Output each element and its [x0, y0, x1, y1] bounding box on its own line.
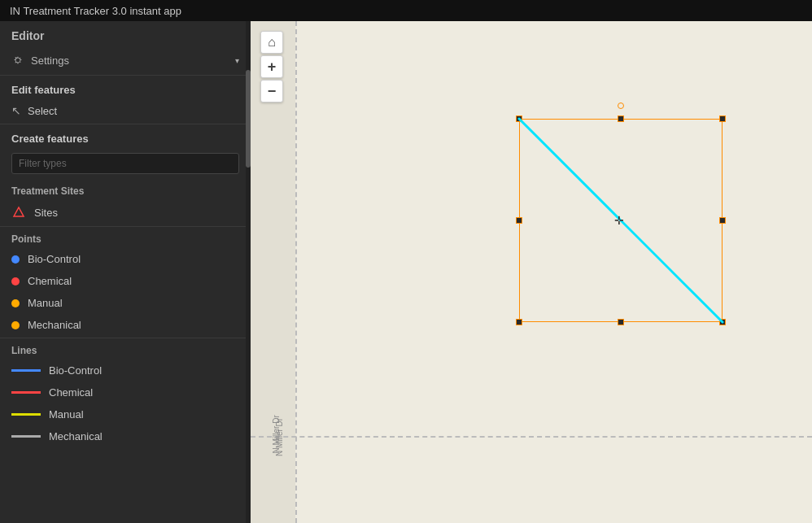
divider-3: [0, 226, 251, 227]
line-swatch-chemical: [11, 391, 41, 394]
main-layout: Editor Settings ▾ Edit features ↖ Select…: [0, 21, 812, 523]
zoom-out-button[interactable]: −: [260, 80, 283, 102]
select-row[interactable]: ↖ Select: [0, 99, 251, 122]
dot-chemical: [11, 277, 20, 285]
sites-polygon-icon: [11, 205, 26, 220]
settings-left: Settings: [11, 54, 69, 67]
map-area[interactable]: N Miller Dr ⌂ + −: [251, 21, 812, 523]
point-bio-control[interactable]: Bio-Control: [0, 248, 251, 270]
road-line-horizontal: [251, 436, 812, 438]
create-features-heading: Create features: [0, 126, 251, 150]
title-bar: IN Treatment Tracker 3.0 instant app: [0, 0, 812, 21]
divider-4: [0, 338, 251, 338]
line-bio-control-label: Bio-Control: [49, 364, 102, 377]
sidebar: Editor Settings ▾ Edit features ↖ Select…: [0, 21, 251, 523]
cursor-icon: ↖: [11, 104, 21, 117]
dot-mechanical: [11, 321, 20, 329]
chemical-label: Chemical: [28, 275, 72, 287]
home-icon: ⌂: [268, 35, 276, 50]
svg-line-1: [519, 119, 723, 322]
zoom-in-button[interactable]: +: [260, 55, 283, 78]
manual-label: Manual: [28, 297, 63, 309]
zoom-in-icon: +: [268, 59, 277, 76]
app-title: IN Treatment Tracker 3.0 instant app: [10, 5, 181, 17]
road-line-vertical: [295, 21, 297, 523]
line-swatch-manual: [11, 413, 41, 416]
settings-row[interactable]: Settings ▾: [0, 47, 251, 73]
line-manual-label: Manual: [49, 408, 84, 421]
editor-heading: Editor: [0, 21, 251, 47]
road-label-display: N Miller Dr: [272, 415, 281, 453]
chevron-down-icon: ▾: [235, 56, 239, 65]
edit-features-heading: Edit features: [0, 77, 251, 99]
line-swatch-bio-control: [11, 369, 41, 372]
dot-bio-control: [11, 255, 20, 264]
home-button[interactable]: ⌂: [260, 31, 283, 54]
lines-heading: Lines: [0, 340, 251, 360]
divider-2: [0, 124, 251, 124]
treatment-sites-heading: Treatment Sites: [0, 181, 251, 200]
map-toolbar: ⌂ + −: [260, 31, 283, 102]
divider-1: [0, 75, 251, 76]
filter-input[interactable]: [11, 153, 239, 174]
selection-box[interactable]: ✛: [519, 119, 723, 322]
line-mechanical[interactable]: Mechanical: [0, 425, 251, 447]
point-mechanical[interactable]: Mechanical: [0, 314, 251, 336]
cyan-diagonal-line: [519, 119, 723, 322]
zoom-out-icon: −: [268, 83, 277, 100]
line-swatch-mechanical: [11, 435, 41, 438]
line-chemical[interactable]: Chemical: [0, 381, 251, 403]
rotation-handle[interactable]: [618, 102, 624, 109]
gear-icon: [11, 54, 24, 67]
mechanical-label: Mechanical: [28, 319, 81, 331]
line-manual[interactable]: Manual: [0, 403, 251, 425]
bio-control-label: Bio-Control: [28, 253, 81, 265]
point-manual[interactable]: Manual: [0, 292, 251, 314]
sites-label: Sites: [34, 207, 58, 219]
line-chemical-label: Chemical: [49, 386, 93, 399]
svg-marker-0: [14, 207, 24, 216]
select-label: Select: [28, 105, 57, 117]
settings-label: Settings: [31, 54, 69, 67]
dot-manual: [11, 299, 20, 307]
sites-row[interactable]: Sites: [0, 200, 251, 224]
line-mechanical-label: Mechanical: [49, 430, 103, 442]
point-chemical[interactable]: Chemical: [0, 270, 251, 292]
points-heading: Points: [0, 229, 251, 248]
line-bio-control[interactable]: Bio-Control: [0, 360, 251, 381]
